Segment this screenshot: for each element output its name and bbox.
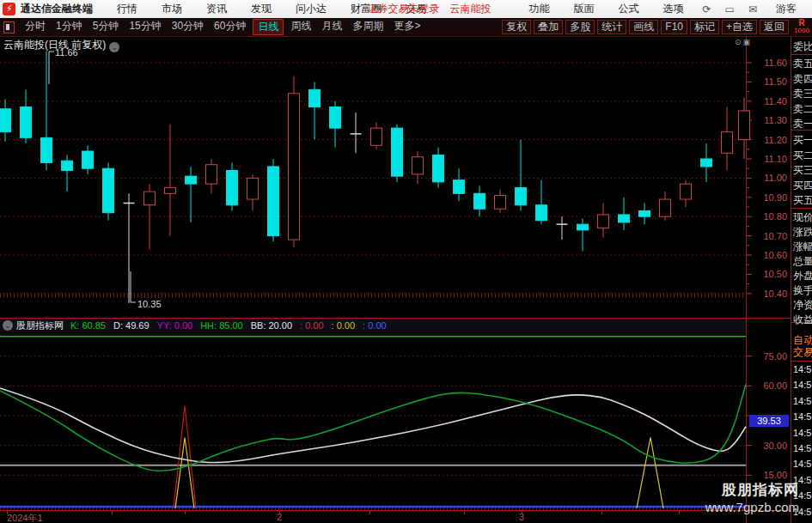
info-row-换手: 换手 bbox=[793, 283, 812, 298]
period-toolbar: 分时1分钟5分钟15分钟30分钟60分钟日线周线月线多周期更多> 复权叠加多股统… bbox=[0, 18, 812, 37]
sell-row-5: 卖五 bbox=[793, 57, 812, 71]
candle-body bbox=[21, 107, 32, 138]
app-logo-icon: ⚡ bbox=[3, 3, 15, 15]
refresh-icon[interactable]: ⟳ bbox=[696, 3, 718, 15]
candle-body bbox=[392, 128, 403, 176]
watermark-name: 股朋指标网 bbox=[705, 480, 799, 500]
menu-right-items: 功能版面公式选项 bbox=[517, 2, 696, 16]
toolbar-button-画线[interactable]: 画线 bbox=[629, 20, 658, 34]
price-axis-label: 10.50 bbox=[748, 269, 787, 279]
toolbar-button-+自选[interactable]: +自选 bbox=[722, 20, 757, 34]
current-stock-name[interactable]: 云南能投 bbox=[445, 2, 497, 16]
period-tab-日线[interactable]: 日线 bbox=[253, 19, 284, 35]
period-tab-月线[interactable]: 月线 bbox=[316, 19, 347, 35]
watermark: 股朋指标网 www.7gpzb.com bbox=[705, 480, 799, 514]
toolbar-button-复权[interactable]: 复权 bbox=[502, 20, 531, 34]
lot-size-indicator: R 1000 bbox=[792, 19, 811, 34]
menu-item-行情[interactable]: 行情 bbox=[105, 3, 150, 15]
guest-account-label[interactable]: 游客 bbox=[764, 2, 812, 16]
menu-item-选项[interactable]: 选项 bbox=[651, 3, 696, 15]
period-tab-分时[interactable]: 分时 bbox=[20, 19, 51, 35]
candle-body bbox=[289, 94, 300, 240]
info-row-外盘: 外盘 bbox=[793, 269, 812, 283]
broker-login-status[interactable]: 证券交易未登录 bbox=[363, 2, 445, 16]
period-tab-多周期[interactable]: 多周期 bbox=[347, 19, 388, 35]
trade-time-row: 14:56 bbox=[793, 380, 812, 390]
candle-body bbox=[701, 159, 712, 167]
info-row-收益: 收益 bbox=[793, 313, 812, 327]
candle-body bbox=[41, 137, 52, 162]
price-axis-label: 10.90 bbox=[748, 192, 787, 203]
signal-spike bbox=[637, 437, 663, 508]
period-tab-更多>[interactable]: 更多> bbox=[388, 19, 425, 35]
app-title: 通达信金融终端 bbox=[21, 2, 93, 16]
toolbar-button-F10[interactable]: F10 bbox=[661, 20, 687, 34]
menu-item-发现[interactable]: 发现 bbox=[239, 3, 284, 15]
mail-icon[interactable]: ✉ bbox=[742, 3, 764, 15]
trade-time-row: 14:56 bbox=[793, 396, 812, 406]
toolbar-button-返回[interactable]: 返回 bbox=[760, 20, 789, 34]
menu-item-市场[interactable]: 市场 bbox=[150, 3, 194, 15]
price-axis-label: 11.00 bbox=[748, 173, 787, 183]
info-row-涨跌: 涨跌 bbox=[793, 225, 812, 240]
menu-item-问小达[interactable]: 问小达 bbox=[284, 3, 339, 15]
candle-body bbox=[639, 210, 650, 216]
toolbar-buttons: 复权叠加多股统计画线F10标记+自选返回 bbox=[502, 20, 789, 34]
toolbar-button-统计[interactable]: 统计 bbox=[597, 20, 626, 34]
mobile-icon[interactable]: ▭ bbox=[718, 3, 742, 15]
price-axis-label: 11.60 bbox=[748, 58, 787, 68]
candle-body bbox=[165, 188, 176, 194]
sell-row-3: 卖三 bbox=[793, 87, 812, 101]
chart-graphics[interactable] bbox=[0, 0, 812, 523]
period-tab-15分钟[interactable]: 15分钟 bbox=[124, 19, 166, 35]
chevron-down-icon[interactable]: ⌄ bbox=[109, 42, 119, 52]
period-tab-30分钟[interactable]: 30分钟 bbox=[167, 19, 209, 35]
date-axis-label: 2 bbox=[277, 512, 282, 522]
sell-row-1: 卖一 bbox=[793, 117, 812, 131]
candle-body bbox=[598, 215, 609, 228]
menu-item-资讯[interactable]: 资讯 bbox=[194, 3, 239, 15]
toolbar-button-叠加[interactable]: 叠加 bbox=[534, 20, 563, 34]
trade-time-row: 14:56 bbox=[793, 411, 812, 422]
period-tab-1分钟[interactable]: 1分钟 bbox=[51, 19, 88, 35]
info-row-涨幅: 涨幅 bbox=[793, 240, 812, 254]
indicator-header[interactable]: ⌄ 股朋指标网 K: 60.85D: 49.69YY: 0.00HH: 85.0… bbox=[0, 319, 746, 332]
candle-body bbox=[330, 107, 341, 129]
weibi-label: 委比 bbox=[793, 40, 812, 54]
period-tab-5分钟[interactable]: 5分钟 bbox=[88, 19, 125, 35]
menu-item-公式[interactable]: 公式 bbox=[607, 3, 651, 15]
trade-time-row: 14:56 bbox=[793, 364, 812, 374]
sell-row-4: 卖四 bbox=[793, 72, 812, 87]
indicator-axis-label: 30.00 bbox=[748, 441, 787, 451]
high-annotation: 11.66 bbox=[55, 47, 78, 58]
candle-body bbox=[722, 132, 733, 154]
candle-body bbox=[516, 188, 527, 205]
candle-body bbox=[536, 205, 547, 221]
candle-body bbox=[371, 128, 382, 145]
indicator-axis-label: 60.00 bbox=[748, 380, 787, 391]
period-tab-60分钟[interactable]: 60分钟 bbox=[209, 19, 251, 35]
candle-body bbox=[144, 192, 156, 205]
layout-icon[interactable] bbox=[3, 21, 15, 33]
toolbar-button-多股[interactable]: 多股 bbox=[565, 20, 595, 34]
trade-time-row: 14:56 bbox=[793, 443, 812, 453]
auto-trade-tab[interactable]: 交易 bbox=[793, 345, 812, 360]
indicator-field: : 0.00 bbox=[363, 320, 387, 331]
menu-item-版面[interactable]: 版面 bbox=[562, 3, 607, 15]
toolbar-button-标记[interactable]: 标记 bbox=[690, 20, 719, 34]
signal-spike bbox=[175, 437, 194, 508]
candle-body bbox=[412, 157, 424, 174]
buy-row-3: 买三 bbox=[793, 163, 812, 178]
collapse-icon[interactable]: ⌄ bbox=[3, 320, 13, 331]
price-axis-label: 11.30 bbox=[748, 115, 787, 125]
period-tab-周线[interactable]: 周线 bbox=[285, 19, 316, 35]
trade-time-row: 14:56 bbox=[793, 459, 812, 469]
candle-body bbox=[495, 196, 506, 210]
candle-body bbox=[309, 89, 321, 106]
price-axis-label: 11.40 bbox=[748, 96, 787, 106]
chart-tool-icons[interactable]: ⊙▣ bbox=[735, 38, 752, 46]
indicator-field: YY: 0.00 bbox=[157, 320, 193, 331]
menu-item-功能[interactable]: 功能 bbox=[517, 3, 562, 15]
candle-body bbox=[577, 224, 589, 230]
candle-body bbox=[103, 168, 114, 213]
